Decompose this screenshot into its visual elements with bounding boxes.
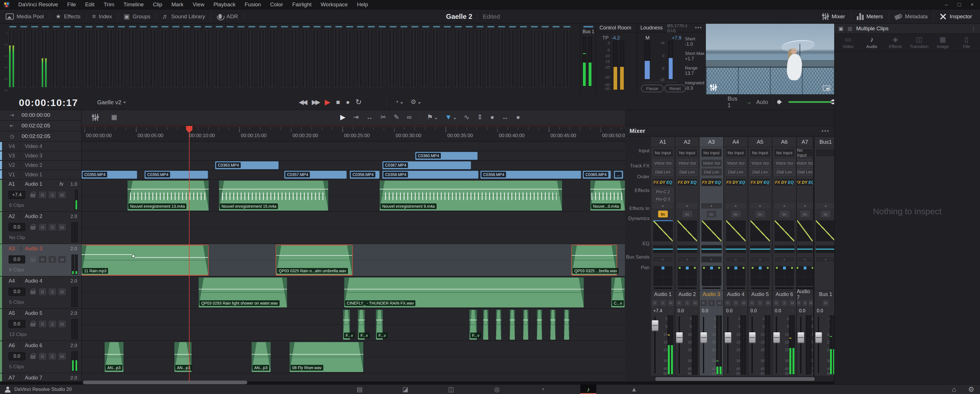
inspector-tab-audio[interactable]: ♪Audio (860, 36, 883, 49)
page-deliver[interactable]: ▲ (626, 384, 642, 394)
loudness-pause-button[interactable]: Pause (641, 84, 663, 92)
automation-handle[interactable] (132, 255, 135, 257)
track-s-button[interactable]: S (49, 256, 56, 263)
clip-gain-line[interactable] (523, 320, 528, 320)
page-color[interactable]: ◔ (535, 384, 550, 394)
automation-settings-icon[interactable]: ⚙ (410, 99, 421, 105)
bus-send-add-button[interactable]: + (815, 256, 834, 262)
viewer[interactable] (706, 24, 834, 94)
loop-button[interactable]: ↻ (356, 98, 362, 106)
viewer-options-icon[interactable] (710, 84, 717, 91)
input-selector[interactable]: No Input (677, 149, 698, 157)
prev-marker-time[interactable]: ⇤00:02:02:05 (0, 121, 81, 131)
audio-clip[interactable]: QP03 0325 Rain o...alm umbrella.wav (276, 245, 352, 275)
dynamics-graph[interactable] (750, 220, 770, 242)
track-header-a2[interactable]: A2Audio 22.00.0RSMNo Clip (0, 212, 81, 244)
track-fx-chip[interactable]: Voice Iso (797, 159, 813, 167)
audio-clip[interactable]: Nouve...0.m4a (590, 181, 625, 211)
track-fx-chip[interactable]: Dial Lev (701, 168, 722, 176)
track-fx-chip[interactable]: Dial Lev (774, 168, 795, 176)
track-s-button[interactable]: S (49, 224, 56, 230)
strip-r-button[interactable]: R (797, 300, 801, 306)
video-track-lane-v1[interactable]: C0350.MP4C0350.MP4C0357.MP4C0358.MP4C035… (81, 170, 625, 180)
video-clip[interactable]: C0358.MP4 (382, 171, 479, 179)
add-effect-button[interactable]: + (797, 203, 813, 208)
audio-track-lane-a6[interactable]: AN...p3AN...p3AN...p308 Fly Riser.wav (81, 341, 625, 373)
audio-track-lane-a5[interactable]: F...vF...vF...vF...v (81, 308, 625, 341)
automation-line[interactable] (81, 254, 132, 255)
track-r-button[interactable]: R (39, 224, 46, 230)
audio-clip[interactable] (564, 310, 569, 340)
clip-gain-line[interactable] (344, 289, 584, 289)
clip-gain-line[interactable] (343, 320, 350, 320)
menu-mark[interactable]: Mark (167, 0, 188, 10)
strip-s-button[interactable]: S (708, 300, 715, 306)
menu-trim[interactable]: Trim (99, 0, 119, 10)
mixer-strip-bus1[interactable]: Bus1+In+Bus 1M0.0⋮05101520304050 (815, 137, 834, 376)
clip-gain-line[interactable] (611, 289, 625, 289)
inspector-menu-icon[interactable]: ⋮ (971, 25, 976, 32)
mixer-strip-a7[interactable]: A7No InputVoice IsoDial LevFXDYEQ+In+Aud… (797, 137, 813, 376)
audio-clip[interactable] (510, 310, 515, 340)
pan-pad[interactable] (726, 266, 746, 286)
clip-gain-line[interactable] (380, 189, 562, 189)
input-selector[interactable]: No Input (774, 149, 795, 157)
clip-gain-line[interactable] (496, 320, 501, 320)
track-r-button[interactable]: R (39, 353, 46, 360)
inspector-tab-file[interactable]: ▯File (955, 36, 978, 49)
menu-timeline[interactable]: Timeline (119, 0, 148, 10)
dynamics-graph[interactable] (774, 220, 795, 242)
bus-send-add-button[interactable]: + (750, 256, 770, 262)
track-fx-chip[interactable]: Dial Lev (797, 168, 813, 176)
add-effect-button[interactable]: + (815, 203, 834, 208)
playhead[interactable] (189, 126, 189, 381)
strip-m-button[interactable]: M (765, 300, 771, 306)
order-selector[interactable]: FXDYEQ (677, 178, 698, 186)
davinci-resolve-logo-icon[interactable] (3, 2, 10, 8)
track-header-v3[interactable]: V3Video 3 (0, 151, 81, 160)
effect-chip[interactable]: Pro-C 2 (653, 189, 673, 195)
timecode-display[interactable]: 00:00:10:17 (19, 97, 78, 108)
fader-handle[interactable] (815, 332, 822, 343)
track-fx-chip[interactable]: Voice Iso (701, 159, 722, 167)
page-fusion[interactable]: ◎ (489, 384, 505, 394)
toolbar-button-sound-library[interactable]: ♬Sound Library (156, 10, 211, 24)
inspector-tab-transition[interactable]: ◫Transition (908, 36, 931, 49)
menu-workspace[interactable]: Workspace (316, 0, 353, 10)
timeline-selector[interactable]: Gaelle v2 (97, 99, 126, 106)
audio-clip[interactable]: F...v (343, 310, 350, 340)
track-r-button[interactable]: R (39, 321, 46, 327)
range-tool-icon[interactable]: ↔ (366, 114, 373, 121)
fader-handle[interactable] (700, 332, 707, 343)
dynamics-graph[interactable] (725, 220, 746, 242)
next-marker-time[interactable]: ⇥00:00:00:00 (0, 110, 81, 121)
video-clip[interactable]: C0358.MP4 (350, 171, 380, 179)
project-home-icon[interactable]: ⌂ (952, 386, 956, 393)
bus-send-add-button[interactable]: + (677, 256, 698, 262)
inspector-list-icon[interactable]: ▦ (847, 26, 852, 31)
track-header-v4[interactable]: V4Video 4 (0, 142, 81, 151)
track-fx-chip[interactable]: Dial Lev (725, 168, 746, 176)
strip-s-button[interactable]: S (803, 300, 807, 306)
video-clip[interactable]: C0358.MP4 (480, 171, 581, 179)
menu-clip[interactable]: Clip (148, 0, 167, 10)
video-clip[interactable]: C0360.MP4 (415, 152, 478, 160)
page-media[interactable]: ▤ (352, 384, 368, 394)
mixer-hscrollbar[interactable] (655, 377, 815, 381)
track-gain-value[interactable]: 0.0 (9, 256, 25, 264)
lock-icon[interactable] (30, 291, 35, 294)
strip-r-button[interactable]: R (676, 300, 682, 306)
track-fx-chip[interactable]: Dial Lev (750, 168, 770, 176)
input-selector[interactable]: No Input (797, 149, 813, 157)
strip-s-button[interactable]: S (660, 300, 666, 306)
track-m-button[interactable]: M (58, 256, 66, 263)
duration-time[interactable]: ◷00:02:02:05 (0, 131, 81, 142)
settings-gear-icon[interactable]: ⚙ (968, 386, 974, 393)
track-gain-value[interactable]: 0.0 (9, 223, 25, 231)
eq-graph[interactable] (797, 245, 813, 253)
audio-track-lane-a1[interactable]: Nouvel enregistrement 13.m4aNouvel enreg… (81, 180, 625, 212)
audio-clip[interactable]: AN...p3 (105, 342, 124, 372)
pointer-tool-icon[interactable]: ▶ (340, 114, 345, 121)
pan-pad[interactable] (702, 266, 722, 286)
add-effect-button[interactable]: + (725, 203, 746, 208)
